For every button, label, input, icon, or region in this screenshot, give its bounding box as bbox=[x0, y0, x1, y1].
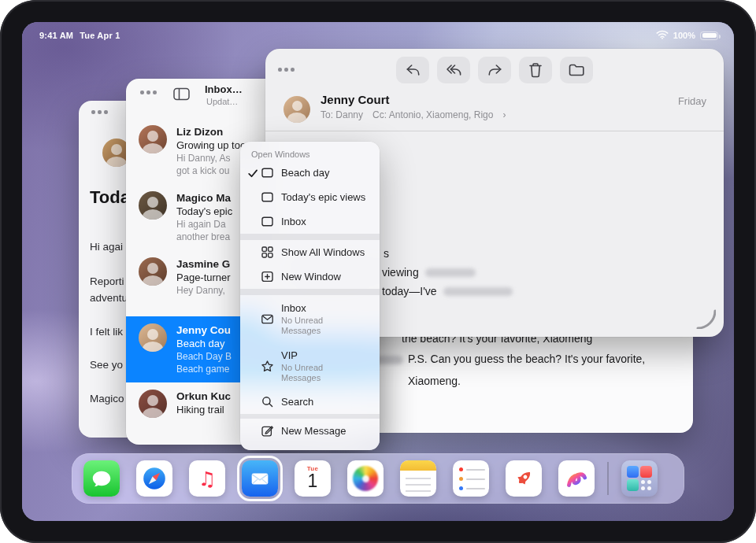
status-date: Tue Apr 1 bbox=[80, 31, 120, 40]
battery-percent: 100% bbox=[673, 31, 695, 40]
avatar bbox=[284, 96, 310, 123]
message-toolbar bbox=[265, 57, 724, 83]
compose-icon bbox=[261, 424, 274, 438]
app-library-icon[interactable] bbox=[621, 460, 658, 497]
battery-icon bbox=[700, 31, 718, 40]
search-icon bbox=[261, 395, 274, 408]
window-icon bbox=[261, 215, 274, 228]
message-date: Friday bbox=[678, 95, 706, 107]
window-resize-handle[interactable] bbox=[695, 308, 716, 332]
menu-item-inbox-window[interactable]: Inbox bbox=[240, 209, 380, 234]
safari-app-icon[interactable] bbox=[136, 460, 172, 497]
blurred-text bbox=[425, 268, 476, 277]
inbox-window-title: Inbox… bbox=[205, 83, 243, 95]
inbox-window-subtitle: Updat… bbox=[206, 97, 238, 106]
menu-item-inbox-mailbox[interactable]: Inbox No Unread Messages bbox=[240, 295, 380, 342]
message-text: I felt lik bbox=[90, 326, 123, 338]
trash-button[interactable] bbox=[519, 57, 552, 83]
rocket-app-icon[interactable] bbox=[506, 460, 542, 497]
folder-button[interactable] bbox=[560, 57, 593, 83]
messages-app-icon[interactable] bbox=[83, 460, 120, 497]
checkmark-icon bbox=[245, 168, 261, 179]
message-text: Hi agai bbox=[90, 241, 123, 253]
color-swoosh-icon bbox=[558, 460, 595, 497]
calendar-app-icon[interactable]: Tue 1 bbox=[295, 460, 331, 497]
speech-bubble-icon bbox=[83, 460, 120, 497]
message-text: P.S. Can you guess the beach? It's your … bbox=[408, 353, 645, 365]
star-icon bbox=[261, 360, 274, 373]
reminders-app-icon[interactable] bbox=[453, 460, 489, 497]
avatar bbox=[139, 125, 167, 153]
calendar-day: 1 bbox=[295, 471, 331, 492]
dock: ♫ Tue 1 bbox=[72, 453, 684, 504]
message-text: Magico bbox=[90, 393, 124, 404]
details-chevron-icon: › bbox=[502, 109, 506, 120]
reply-button[interactable] bbox=[396, 57, 429, 83]
avatar bbox=[139, 191, 167, 220]
avatar bbox=[139, 323, 167, 352]
envelope-icon bbox=[261, 312, 274, 326]
menu-item-vip[interactable]: VIP No Unread Messages bbox=[240, 342, 380, 390]
window-icon bbox=[261, 190, 274, 204]
menu-separator bbox=[240, 234, 380, 240]
flower-icon bbox=[353, 466, 378, 491]
window-icon bbox=[261, 166, 274, 179]
notes-app-icon[interactable] bbox=[400, 460, 436, 497]
to-recipients: To: Danny bbox=[321, 109, 363, 120]
dock-divider bbox=[607, 462, 609, 495]
wifi-icon bbox=[656, 30, 669, 41]
menu-item-show-all-windows[interactable]: Show All Windows bbox=[240, 240, 380, 264]
menu-item-beach-day[interactable]: Beach day bbox=[240, 161, 380, 185]
screen: 9:41 AM Tue Apr 1 100% Today Hi agai Rep… bbox=[22, 22, 734, 521]
mail-app-icon-selected[interactable] bbox=[242, 460, 278, 497]
avatar bbox=[139, 390, 167, 418]
recipients-line[interactable]: To: Danny Cc: Antonio, Xiaomeng, Rigo › bbox=[321, 109, 506, 120]
music-app-icon[interactable]: ♫ bbox=[189, 460, 225, 497]
menu-item-search[interactable]: Search bbox=[240, 390, 380, 414]
avatar bbox=[139, 257, 167, 286]
window-controls-icon[interactable] bbox=[91, 110, 108, 114]
message-text: Reporti bbox=[90, 275, 124, 287]
header-divider bbox=[265, 131, 724, 131]
music-note-icon: ♫ bbox=[189, 460, 225, 497]
forward-button[interactable] bbox=[478, 57, 511, 83]
menu-separator bbox=[240, 289, 380, 295]
envelope-icon bbox=[242, 460, 278, 497]
grid-icon bbox=[261, 246, 274, 259]
reply-all-button[interactable] bbox=[437, 57, 470, 83]
message-text: adventu bbox=[90, 292, 128, 304]
message-text: See yo bbox=[90, 359, 123, 371]
cc-recipients: Cc: Antonio, Xiaomeng, Rigo bbox=[372, 109, 493, 120]
drawing-app-icon[interactable] bbox=[558, 460, 595, 497]
message-text: Xiaomeng. bbox=[408, 375, 461, 387]
status-bar: 9:41 AM Tue Apr 1 100% bbox=[22, 22, 734, 46]
sidebar-toggle-icon[interactable] bbox=[173, 87, 190, 104]
menu-item-new-window[interactable]: New Window bbox=[240, 264, 380, 289]
menu-item-new-message[interactable]: New Message bbox=[240, 419, 380, 443]
menu-title: Open Windows bbox=[240, 145, 380, 161]
notes-header-strip bbox=[400, 460, 436, 471]
rocket-icon bbox=[506, 460, 542, 497]
new-window-icon bbox=[261, 270, 274, 283]
menu-item-todays-epic-views[interactable]: Today's epic views bbox=[240, 185, 380, 209]
compass-icon bbox=[136, 460, 172, 497]
blurred-text bbox=[443, 287, 513, 296]
photos-app-icon[interactable] bbox=[347, 460, 384, 497]
window-controls-icon[interactable] bbox=[140, 90, 157, 94]
status-time: 9:41 AM bbox=[39, 31, 73, 40]
sender-name: Jenny Court bbox=[321, 93, 390, 106]
open-windows-menu: Open Windows Beach day Today's epic view… bbox=[240, 142, 380, 450]
